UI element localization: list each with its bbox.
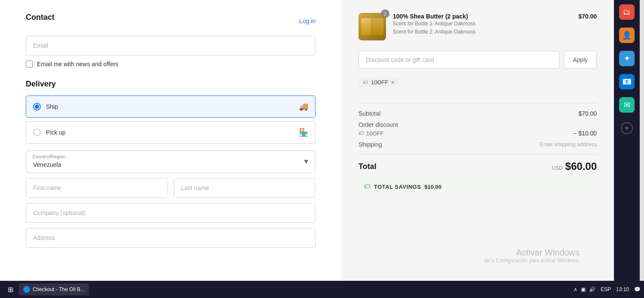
total-row: Total USD $60.00 [358, 160, 597, 172]
windows-activate-subtitle: Ve a Configuración para activar Windows. [484, 258, 580, 264]
product-image [358, 13, 386, 40]
newsletter-label: Email me with news and offers [37, 61, 118, 68]
taskbar-volume-icon[interactable]: 🔊 [589, 286, 595, 292]
address-field[interactable] [26, 228, 316, 248]
taskbar-browser-app[interactable]: 🌐 Checkout - The Oil B... [19, 283, 89, 295]
taskbar-notification-icon[interactable]: 💬 [634, 286, 641, 292]
scrollbar[interactable] [640, 0, 644, 281]
pickup-option-left: Pick up [33, 129, 66, 136]
discount-code-row: Apply [358, 51, 597, 69]
subtotal-row: Subtotal $70.00 [358, 110, 597, 117]
taskbar-start-button[interactable]: ⊞ [3, 283, 17, 295]
total-label: Total [358, 162, 377, 171]
contact-section-header: Contact Log in [26, 13, 316, 29]
sidebar-icon-outlook[interactable]: 📧 [619, 74, 635, 89]
log-in-link[interactable]: Log in [299, 18, 316, 25]
windows-activate-title: Activar Windows [484, 248, 580, 258]
sidebar-icon-red[interactable]: 🗂 [619, 4, 635, 20]
name-row [26, 178, 316, 198]
country-select[interactable]: Venezuela [26, 151, 316, 173]
savings-label: TOTAL SAVINGS [374, 184, 421, 190]
email-field[interactable] [26, 36, 316, 55]
taskbar-arrow-icon[interactable]: ∧ [574, 286, 577, 292]
sidebar-add-button[interactable]: + [621, 122, 633, 134]
applied-code-label: 10OFF [366, 130, 383, 137]
product-price: $70.00 [578, 13, 597, 20]
sidebar-icon-mail[interactable]: ✉ [619, 97, 635, 113]
product-detail-2: Scent for Bottle 2: Antique Oakmoss [393, 28, 571, 36]
checkout-left-panel: Contact Log in Email me with news and of… [0, 0, 341, 281]
applied-coupon-tag: 🏷 10OFF ✕ [358, 77, 399, 87]
address-field-wrapper [26, 228, 316, 248]
coupon-code-label: 10OFF [371, 79, 388, 86]
taskbar-app-label: Checkout - The Oil B... [33, 286, 85, 292]
delivery-section: Delivery Ship 🚚 Pick up 🏪 [26, 80, 316, 248]
apply-discount-button[interactable]: Apply [564, 51, 597, 69]
taskbar-display-icon[interactable]: ▣ [581, 286, 586, 292]
savings-amount: $10.00 [425, 184, 442, 190]
remove-coupon-button[interactable]: ✕ [391, 80, 395, 86]
ship-label: Ship [46, 103, 58, 110]
country-label: Country/Region [33, 154, 65, 159]
discount-applied-value: − $10.00 [573, 130, 597, 137]
taskbar: ⊞ 🌐 Checkout - The Oil B... ∧ ▣ 🔊 ESP 13… [0, 281, 644, 298]
order-summary-panel: 2 100% Shea Butter (2 pack) Scent for Bo… [341, 0, 614, 281]
subtotal-label: Subtotal [358, 110, 380, 117]
country-select-wrapper: Country/Region Venezuela ▼ [26, 151, 316, 173]
tag-icon: 🏷 [363, 79, 368, 86]
newsletter-row: Email me with news and offers [26, 61, 316, 68]
taskbar-language: ESP [601, 286, 611, 292]
first-name-field[interactable] [26, 178, 168, 198]
product-quantity-badge: 2 [381, 9, 389, 18]
taskbar-right-area: ∧ ▣ 🔊 ESP 13:10 💬 [574, 286, 641, 292]
pickup-radio [33, 129, 41, 136]
total-amount: $60.00 [565, 160, 597, 172]
ship-option-left: Ship [33, 103, 58, 111]
pickup-option[interactable]: Pick up 🏪 [26, 121, 316, 144]
sidebar-icon-blue[interactable]: ✦ [619, 51, 635, 66]
order-discount-label: Order discount [358, 121, 398, 128]
order-discount-row: Order discount [358, 121, 597, 128]
company-field[interactable] [26, 203, 316, 223]
truck-icon: 🚚 [299, 102, 308, 111]
delivery-title: Delivery [26, 80, 316, 89]
ship-radio [33, 103, 41, 111]
ship-option[interactable]: Ship 🚚 [26, 95, 316, 118]
shipping-label: Shipping [358, 141, 382, 148]
savings-icon: 🏷 [364, 183, 371, 190]
last-name-field[interactable] [174, 178, 316, 198]
total-currency: USD [552, 165, 562, 171]
sidebar-right: 🗂 👤 ✦ 📧 ✉ + [614, 0, 640, 281]
total-value-group: USD $60.00 [552, 160, 597, 172]
product-image-wrapper: 2 [358, 13, 386, 40]
product-row: 2 100% Shea Butter (2 pack) Scent for Bo… [358, 13, 597, 40]
savings-row: 🏷 TOTAL SAVINGS $10.00 [358, 179, 597, 194]
product-info: 100% Shea Butter (2 pack) Scent for Bott… [393, 13, 571, 36]
company-field-wrapper [26, 203, 316, 223]
product-name: 100% Shea Butter (2 pack) [393, 13, 571, 20]
shipping-row: Shipping Enter shipping address [358, 141, 597, 154]
divider-1 [358, 103, 597, 103]
discount-code-applied-left: 🏷 10OFF [358, 130, 383, 137]
subtotal-value: $70.00 [578, 110, 597, 117]
sidebar-icon-orange[interactable]: 👤 [619, 28, 635, 43]
discount-code-applied-row: 🏷 10OFF − $10.00 [358, 130, 597, 137]
discount-code-input[interactable] [358, 51, 559, 69]
windows-watermark: Activar Windows Ve a Configuración para … [484, 248, 580, 264]
taskbar-system-icons: ∧ ▣ 🔊 [574, 286, 595, 292]
shipping-value: Enter shipping address [540, 141, 597, 148]
taskbar-time: 13:10 [616, 286, 629, 292]
discount-tag-icon: 🏷 [358, 130, 364, 136]
product-detail-1: Scent for Bottle 1: Antique Oakmoss [393, 20, 571, 28]
newsletter-checkbox[interactable] [26, 61, 33, 68]
store-icon: 🏪 [299, 128, 308, 137]
taskbar-app-icon: 🌐 [23, 286, 30, 293]
contact-title: Contact [26, 13, 55, 22]
pickup-label: Pick up [46, 129, 66, 136]
